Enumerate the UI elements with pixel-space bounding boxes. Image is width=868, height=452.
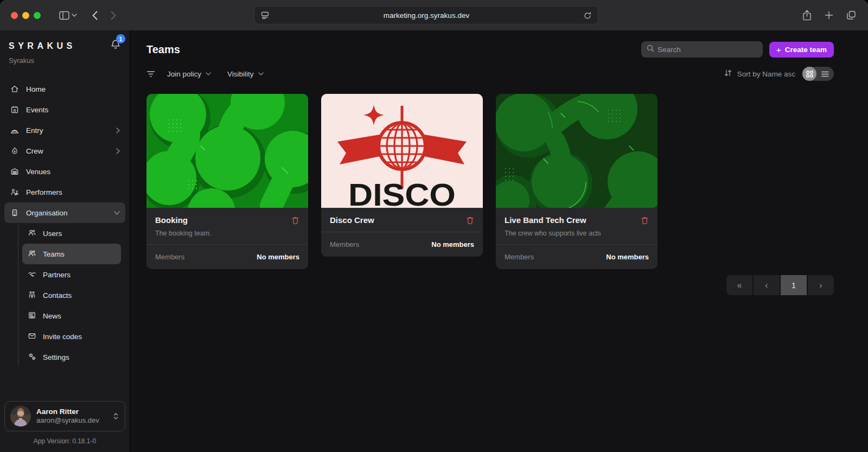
delete-team-icon[interactable]	[641, 216, 649, 225]
user-name: Aaron Ritter	[36, 407, 99, 417]
members-value: No members	[257, 253, 299, 261]
back-icon[interactable]	[92, 11, 98, 20]
browser-window: marketing.org.syrakus.dev SYRAKUS	[0, 0, 868, 452]
filter-icon[interactable]	[146, 71, 155, 78]
sidebar-item-invite-codes[interactable]: Invite codes	[22, 326, 121, 347]
sidebar-item-entry[interactable]: Entry	[4, 120, 125, 141]
sidebar-item-label: Users	[43, 230, 62, 238]
reload-icon[interactable]	[584, 11, 591, 20]
delete-team-icon[interactable]	[291, 216, 299, 225]
search-box[interactable]	[641, 41, 763, 58]
join-policy-filter[interactable]: Join policy	[167, 70, 211, 78]
main-content: Teams + Create team	[130, 30, 868, 452]
create-team-button[interactable]: + Create team	[769, 42, 834, 58]
sidebar-item-users[interactable]: Users	[22, 223, 121, 244]
chevron-down-icon	[114, 211, 120, 215]
sidebar-toggle-icon[interactable]	[59, 11, 69, 20]
url-text[interactable]: marketing.org.syrakus.dev	[269, 11, 584, 20]
sidebar-item-settings[interactable]: Settings	[22, 347, 121, 367]
sidebar-item-label: Entry	[26, 126, 43, 135]
search-icon	[647, 44, 654, 54]
sidebar-item-partners[interactable]: Partners	[22, 264, 121, 285]
sidebar-item-crew[interactable]: Crew	[4, 141, 125, 161]
members-label: Members	[505, 253, 534, 261]
sidebar-item-events[interactable]: Events	[4, 99, 125, 120]
chevron-right-icon	[116, 148, 120, 154]
sidebar-item-teams[interactable]: Teams	[22, 244, 121, 264]
users-icon	[28, 228, 36, 239]
news-icon	[28, 311, 36, 321]
visibility-filter[interactable]: Visibility	[227, 70, 264, 78]
team-description: The booking team.	[155, 230, 299, 237]
sidebar-item-news[interactable]: News	[22, 305, 121, 326]
list-view-icon[interactable]	[816, 71, 834, 77]
invite-codes-icon	[28, 332, 36, 342]
previous-page-button[interactable]: ‹	[754, 275, 780, 295]
browser-toolbar: marketing.org.syrakus.dev	[0, 0, 868, 30]
team-title: Live Band Tech Crew	[505, 215, 586, 225]
bell-icon	[110, 43, 121, 52]
grid-view-icon[interactable]	[802, 67, 816, 81]
close-window-button[interactable]	[11, 12, 18, 19]
sidebar-item-organisation[interactable]: Organisation	[4, 202, 125, 223]
sidebar-item-home[interactable]: Home	[4, 79, 125, 99]
search-input[interactable]	[658, 46, 757, 54]
address-bar[interactable]: marketing.org.syrakus.dev	[254, 6, 598, 24]
sidebar-item-venues[interactable]: Venues	[4, 161, 125, 182]
create-team-label: Create team	[785, 46, 827, 54]
organisation-icon	[10, 208, 20, 217]
page-number-button[interactable]: 1	[781, 275, 807, 295]
share-icon[interactable]	[802, 10, 812, 21]
sidebar-item-label: Organisation	[26, 209, 68, 217]
sidebar-item-label: Home	[26, 85, 46, 93]
page-settings-icon[interactable]	[261, 11, 269, 19]
next-page-button[interactable]: ›	[808, 275, 834, 295]
app-logo: SYRAKUS	[9, 41, 76, 51]
events-icon	[10, 105, 20, 114]
partners-icon	[28, 270, 36, 280]
app-version: App Version: 0.18.1-0	[0, 437, 130, 445]
chevron-down-icon[interactable]	[72, 14, 77, 17]
user-email: aaron@syrakus.dev	[36, 416, 99, 425]
sidebar-item-label: Events	[26, 106, 48, 114]
first-page-button[interactable]: «	[726, 275, 752, 295]
sort-label[interactable]: Sort by Name asc	[737, 70, 795, 78]
team-card-booking[interactable]: Booking The booking team. Members No mem…	[146, 94, 308, 269]
team-cover-image	[496, 94, 658, 208]
sidebar-item-label: Invite codes	[43, 333, 82, 341]
page-title: Teams	[146, 43, 180, 56]
chevron-down-icon	[258, 72, 264, 75]
window-controls	[11, 12, 41, 19]
team-card-live-band-tech-crew[interactable]: Live Band Tech Crew The crew who support…	[496, 94, 658, 269]
sort-direction-icon[interactable]	[724, 69, 732, 79]
organisation-name: Syrakus	[9, 56, 121, 65]
crew-icon	[10, 147, 20, 155]
sidebar-item-label: Performers	[26, 188, 62, 196]
view-toggle	[802, 67, 834, 81]
sidebar: SYRAKUS 1 Syrakus Home Events	[0, 30, 130, 452]
sidebar-item-label: Partners	[43, 271, 71, 279]
forward-icon[interactable]	[111, 11, 116, 20]
join-policy-label: Join policy	[167, 70, 201, 78]
notification-badge: 1	[116, 34, 125, 43]
minimize-window-button[interactable]	[22, 12, 29, 19]
members-label: Members	[155, 253, 184, 261]
sidebar-item-label: Crew	[26, 147, 43, 155]
avatar	[10, 406, 31, 426]
delete-team-icon[interactable]	[466, 216, 474, 225]
performers-icon	[10, 188, 20, 196]
chevron-down-icon	[206, 72, 211, 75]
user-menu[interactable]: Aaron Ritter aaron@syrakus.dev	[4, 401, 125, 431]
sidebar-item-contacts[interactable]: Contacts	[22, 285, 121, 305]
members-value: No members	[431, 240, 474, 249]
teams-icon	[28, 249, 36, 259]
tabs-overview-icon[interactable]	[846, 10, 856, 20]
zoom-window-button[interactable]	[34, 12, 41, 19]
team-card-disco-crew[interactable]: DISCO Disco Crew Members No memb	[321, 94, 483, 257]
sidebar-item-label: Venues	[26, 168, 50, 176]
sidebar-item-performers[interactable]: Performers	[4, 182, 125, 202]
new-tab-icon[interactable]	[825, 11, 833, 20]
team-cover-image	[146, 94, 308, 208]
notifications-button[interactable]: 1	[110, 39, 121, 53]
disco-art-text: DISCO	[348, 177, 456, 208]
